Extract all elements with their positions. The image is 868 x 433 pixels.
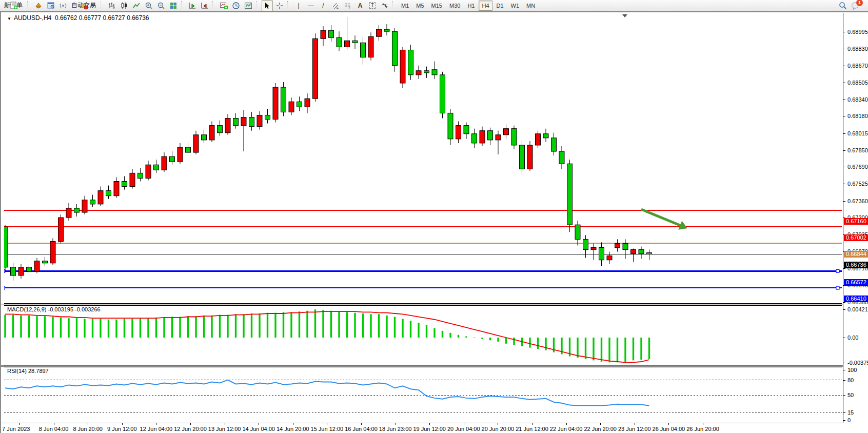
cursor-tool-button[interactable]: [262, 0, 273, 11]
candle: [488, 131, 493, 140]
crosshair-tool-button[interactable]: [274, 0, 285, 11]
macd-bar: [211, 316, 212, 338]
line-chart-button[interactable]: [131, 0, 142, 11]
rsi-pane[interactable]: [4, 367, 843, 423]
periods-button[interactable]: ▼: [230, 0, 242, 11]
fibonacci-tool-button[interactable]: F: [342, 0, 353, 11]
candle: [58, 218, 64, 241]
macd-bar: [354, 313, 356, 338]
timeframe-m15-button[interactable]: M15: [428, 1, 445, 11]
candle: [241, 117, 246, 126]
macd-bar: [346, 312, 348, 338]
candle: [218, 126, 223, 133]
price-tick: [843, 66, 845, 66]
metaeditor-button[interactable]: [33, 0, 44, 11]
time-label: 16 Jun 04:00: [345, 426, 378, 432]
time-tick: [464, 423, 464, 425]
zoom-in-button[interactable]: [143, 0, 154, 11]
bar-chart-button[interactable]: [106, 0, 117, 11]
indicators-button[interactable]: ▼: [218, 0, 229, 11]
macd-bar: [108, 320, 109, 338]
chart-window: ▼AUDUSD-,H4 0.66762 0.66777 0.66727 0.66…: [0, 11, 868, 433]
macd-bar: [442, 331, 443, 338]
channel-icon: E: [332, 2, 339, 9]
price-tick: [843, 32, 845, 32]
price-line-label-0.66844: 0.66844: [844, 251, 868, 258]
candle: [82, 200, 87, 212]
timeframe-h1-button[interactable]: H1: [464, 1, 478, 11]
timeframe-d1-button[interactable]: D1: [494, 1, 507, 11]
macd-bar: [306, 311, 308, 338]
search-button[interactable]: [837, 0, 849, 11]
metaeditor-icon: [34, 2, 43, 10]
auto-scroll-button[interactable]: [187, 0, 198, 11]
tile-windows-button[interactable]: [168, 0, 179, 11]
candle: [496, 135, 501, 140]
line-handle[interactable]: [4, 286, 5, 289]
macd-bar: [465, 336, 467, 338]
timeframe-h4-button[interactable]: H4: [479, 1, 492, 11]
chart-shift-button[interactable]: [199, 0, 210, 11]
collapse-triangle-icon[interactable]: ▼: [7, 16, 11, 21]
timeframe-m5-button[interactable]: M5: [413, 1, 427, 11]
auto-trading-button[interactable]: 自动交易: [70, 0, 98, 11]
text-tool-button[interactable]: A: [354, 0, 366, 11]
vertical-line-tool-button[interactable]: |: [293, 0, 304, 11]
candle: [177, 147, 183, 162]
macd-bar: [267, 313, 268, 338]
line-handle[interactable]: [836, 286, 839, 289]
zoom-out-button[interactable]: [155, 0, 167, 11]
macd-bar: [124, 319, 125, 338]
horizontal-line-tool-button[interactable]: —: [305, 0, 317, 11]
candle: [225, 119, 230, 133]
crosshair-icon: [276, 2, 283, 9]
market-watch-button[interactable]: [45, 0, 56, 11]
macd-bar: [585, 338, 586, 359]
macd-bar: [426, 325, 427, 338]
templates-button[interactable]: ▼: [243, 0, 254, 11]
main-chart-pane[interactable]: [4, 13, 843, 304]
price-tick-label: 0.68995: [847, 29, 868, 35]
candle: [34, 261, 40, 271]
macd-bar: [410, 321, 411, 338]
macd-scale-label: -0.003755: [847, 360, 868, 366]
text-icon: A: [358, 2, 363, 9]
time-axis[interactable]: 7 Jun 20238 Jun 04:008 Jun 20:009 Jun 12…: [1, 423, 843, 433]
signals-button[interactable]: [57, 0, 69, 11]
arrows-tool-button[interactable]: ▼: [379, 0, 390, 11]
indicators-icon: [220, 2, 228, 10]
candle: [631, 250, 636, 254]
candlestick-button[interactable]: [119, 0, 130, 11]
candle: [289, 102, 294, 112]
macd-bar: [601, 338, 602, 362]
timeframe-mn-button[interactable]: MN: [523, 1, 538, 11]
trendline-tool-button[interactable]: /: [318, 0, 329, 11]
macd-bar: [299, 311, 300, 338]
macd-bar: [330, 311, 332, 338]
time-label: 22 Jun 20:00: [584, 426, 617, 432]
vertical-line-icon: |: [298, 2, 299, 9]
macd-pane[interactable]: [4, 305, 843, 365]
candle: [472, 134, 477, 143]
line-handle[interactable]: [4, 270, 5, 273]
line-handle[interactable]: [836, 270, 839, 273]
notifications-button[interactable]: 1: [850, 0, 861, 11]
macd-bar: [617, 338, 618, 362]
timeframe-m30-button[interactable]: M30: [446, 1, 463, 11]
timeframe-w1-button[interactable]: W1: [508, 1, 523, 11]
text-label-tool-button[interactable]: T: [367, 0, 378, 11]
timeframe-m1-button[interactable]: M1: [398, 1, 412, 11]
symbol-label: AUDUSD-,H4: [14, 14, 51, 22]
macd-bar: [513, 338, 515, 345]
candle: [408, 50, 413, 74]
candle: [265, 115, 270, 119]
macd-bar: [251, 313, 252, 338]
macd-bar: [68, 318, 69, 338]
line-chart-icon: [132, 2, 141, 10]
macd-bar: [418, 323, 419, 338]
new-order-button[interactable]: 新订单: [3, 0, 25, 11]
time-tick: [429, 423, 430, 425]
channel-tool-button[interactable]: E: [330, 0, 341, 11]
time-tick: [703, 423, 703, 425]
price-axis[interactable]: 0.689950.688300.686700.685050.683400.681…: [843, 13, 868, 423]
